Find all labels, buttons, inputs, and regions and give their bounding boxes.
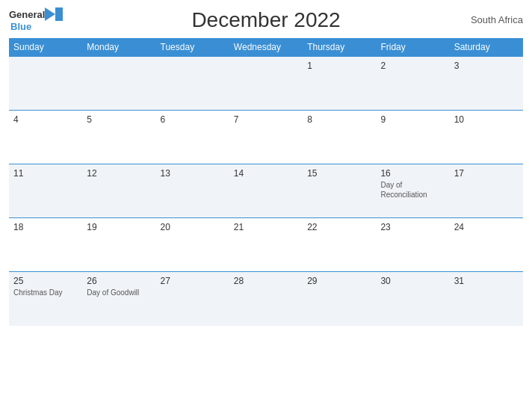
calendar-cell: 29: [303, 272, 376, 326]
logo-blue-text: Blue: [10, 21, 31, 32]
calendar-cell: 16Day ofReconciliation: [376, 164, 449, 218]
day-number: 8: [307, 114, 371, 125]
calendar-cell: 2: [376, 57, 449, 111]
header-friday: Friday: [376, 38, 449, 57]
calendar-cell: 7: [229, 111, 303, 164]
calendar-cell: 14: [229, 164, 303, 218]
calendar-cell: 1: [303, 57, 376, 111]
calendar-cell: 15: [303, 164, 376, 218]
holiday-label: Day ofReconciliation: [380, 180, 445, 200]
calendar-container: General Blue December 2022 South Africa …: [0, 0, 532, 411]
day-number: 24: [454, 222, 519, 232]
day-number: 6: [161, 114, 225, 125]
day-number: 25: [13, 276, 78, 286]
day-number: 30: [380, 276, 445, 286]
header-wednesday: Wednesday: [229, 38, 303, 57]
month-title: December 2022: [191, 8, 340, 32]
calendar-table: Sunday Monday Tuesday Wednesday Thursday…: [9, 38, 523, 326]
day-number: 21: [234, 222, 298, 232]
header-thursday: Thursday: [303, 38, 376, 57]
day-number: 5: [87, 114, 151, 125]
calendar-cell: 17: [450, 164, 523, 218]
calendar-cell: 22: [303, 218, 376, 272]
calendar-cell: 6: [156, 111, 229, 164]
svg-rect-2: [55, 7, 63, 14]
calendar-cell: 20: [156, 218, 229, 272]
calendar-cell: 10: [450, 111, 523, 164]
day-number: 18: [13, 222, 78, 232]
day-number: 16: [380, 168, 445, 179]
day-number: 19: [87, 222, 151, 232]
calendar-cell: 8: [303, 111, 376, 164]
calendar-cell: 21: [229, 218, 303, 272]
day-number: 13: [161, 168, 225, 179]
holiday-label: Day of Goodwill: [87, 288, 151, 297]
day-number: 7: [234, 114, 298, 125]
day-number: 14: [234, 168, 298, 179]
calendar-cell: 18: [9, 218, 82, 272]
calendar-cell: 27: [156, 272, 229, 326]
day-number: 31: [454, 276, 519, 286]
day-number: 26: [87, 276, 151, 286]
day-number: 28: [234, 276, 298, 286]
day-number: 10: [454, 114, 519, 125]
header-monday: Monday: [82, 38, 155, 57]
calendar-cell: 24: [450, 218, 523, 272]
calendar-week-row-1: 123: [9, 57, 523, 111]
day-number: 15: [307, 168, 371, 179]
calendar-cell: 4: [9, 111, 82, 164]
day-number: 23: [380, 222, 445, 232]
day-number: 27: [161, 276, 225, 286]
day-number: 9: [380, 114, 445, 125]
calendar-cell: 31: [450, 272, 523, 326]
calendar-cell: 19: [82, 218, 155, 272]
header-saturday: Saturday: [450, 38, 523, 57]
calendar-cell: 13: [156, 164, 229, 218]
calendar-cell: [156, 57, 229, 111]
calendar-week-row-4: 18192021222324: [9, 218, 523, 272]
day-number: 11: [13, 168, 78, 179]
day-number: 22: [307, 222, 371, 232]
calendar-cell: 25Christmas Day: [9, 272, 82, 326]
day-number: 12: [87, 168, 151, 179]
calendar-cell: 3: [450, 57, 523, 111]
day-number: 4: [13, 114, 78, 125]
svg-rect-3: [55, 14, 63, 21]
calendar-cell: 28: [229, 272, 303, 326]
calendar-cell: 23: [376, 218, 449, 272]
weekday-header-row: Sunday Monday Tuesday Wednesday Thursday…: [9, 38, 523, 57]
day-number: 20: [161, 222, 225, 232]
calendar-cell: [9, 57, 82, 111]
header-sunday: Sunday: [9, 38, 82, 57]
calendar-cell: [82, 57, 155, 111]
country-label: South Africa: [471, 14, 523, 25]
day-number: 17: [454, 168, 519, 179]
day-number: 3: [454, 61, 519, 71]
logo-flag-icon: [45, 7, 63, 21]
calendar-cell: 5: [82, 111, 155, 164]
holiday-label: Christmas Day: [13, 288, 78, 297]
logo-general-text: General: [9, 10, 45, 19]
calendar-header: General Blue December 2022 South Africa: [9, 7, 523, 32]
day-number: 2: [380, 61, 445, 71]
calendar-cell: 9: [376, 111, 449, 164]
calendar-cell: 11: [9, 164, 82, 218]
calendar-week-row-3: 111213141516Day ofReconciliation17: [9, 164, 523, 218]
calendar-week-row-2: 45678910: [9, 111, 523, 164]
logo: General Blue: [9, 7, 63, 32]
calendar-cell: [229, 57, 303, 111]
header-tuesday: Tuesday: [156, 38, 229, 57]
day-number: 29: [307, 276, 371, 286]
calendar-cell: 30: [376, 272, 449, 326]
calendar-week-row-5: 25Christmas Day26Day of Goodwill27282930…: [9, 272, 523, 326]
calendar-cell: 12: [82, 164, 155, 218]
day-number: 1: [307, 61, 371, 71]
calendar-cell: 26Day of Goodwill: [82, 272, 155, 326]
